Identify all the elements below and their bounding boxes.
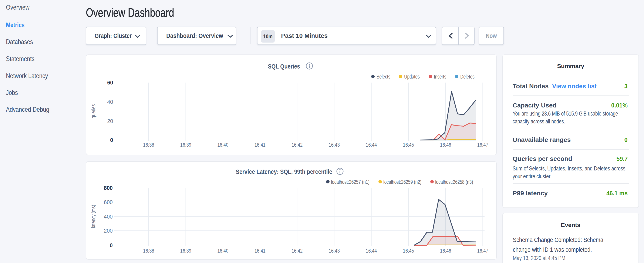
svg-text:16:39: 16:39: [180, 142, 191, 148]
svg-text:queries: queries: [90, 104, 96, 118]
svg-text:16:47: 16:47: [477, 142, 488, 148]
svg-text:400: 400: [104, 214, 113, 220]
svg-text:Selects: Selects: [376, 73, 390, 80]
svg-text:16:41: 16:41: [254, 142, 266, 148]
svg-text:16:39: 16:39: [180, 248, 191, 254]
svg-text:16:46: 16:46: [440, 142, 451, 148]
svg-text:40: 40: [107, 99, 113, 105]
svg-text:16:38: 16:38: [143, 142, 154, 148]
svg-text:16:42: 16:42: [292, 248, 302, 254]
svg-text:16:40: 16:40: [217, 142, 228, 148]
svg-text:16:47: 16:47: [477, 248, 488, 254]
svg-text:800: 800: [104, 185, 113, 191]
svg-text:16:46: 16:46: [440, 248, 451, 254]
svg-text:Updates: Updates: [404, 73, 420, 80]
svg-text:16:42: 16:42: [292, 142, 302, 148]
svg-text:16:45: 16:45: [403, 142, 414, 148]
svg-text:600: 600: [104, 199, 113, 205]
svg-text:200: 200: [104, 228, 113, 234]
svg-text:16:38: 16:38: [143, 248, 154, 254]
svg-text:16:41: 16:41: [254, 248, 266, 254]
svg-text:16:43: 16:43: [329, 248, 340, 254]
svg-text:20: 20: [107, 118, 113, 124]
svg-text:16:44: 16:44: [366, 142, 377, 148]
svg-text:16:44: 16:44: [366, 248, 377, 254]
svg-text:localhost:26257 (n1): localhost:26257 (n1): [331, 179, 370, 185]
svg-text:60: 60: [107, 80, 113, 86]
svg-text:latency (ms): latency (ms): [90, 205, 96, 228]
svg-text:16:43: 16:43: [329, 142, 340, 148]
svg-text:localhost:26259 (n2): localhost:26259 (n2): [383, 179, 422, 185]
svg-text:Deletes: Deletes: [460, 73, 474, 80]
svg-text:16:40: 16:40: [217, 248, 228, 254]
svg-text:localhost:26258 (n3): localhost:26258 (n3): [435, 179, 473, 185]
svg-text:Inserts: Inserts: [434, 73, 446, 80]
svg-text:0: 0: [110, 242, 113, 248]
svg-text:16:45: 16:45: [403, 248, 414, 254]
svg-text:0: 0: [110, 137, 113, 143]
